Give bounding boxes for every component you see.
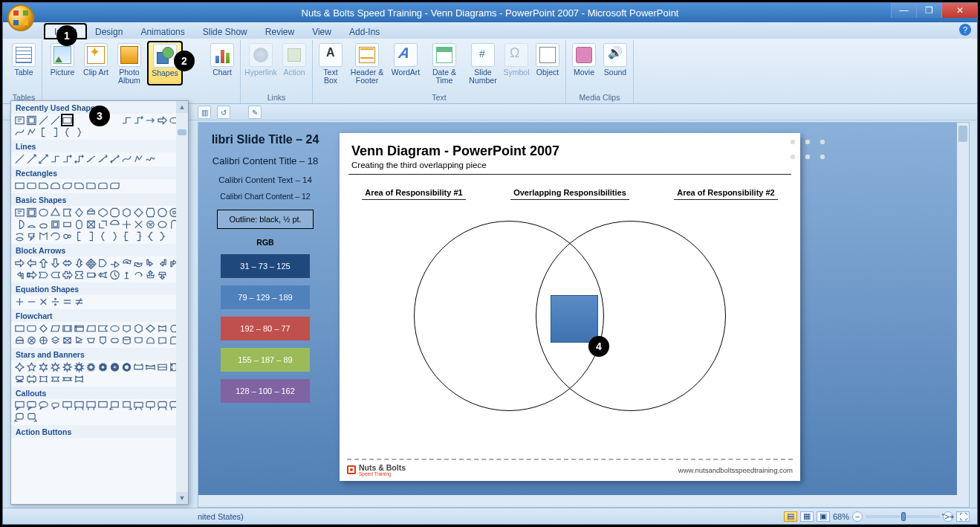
qat-btn[interactable]: ✎ bbox=[248, 106, 262, 119]
shape-item-icon[interactable] bbox=[74, 334, 85, 346]
shape-item-icon[interactable] bbox=[74, 361, 85, 372]
shape-item-icon[interactable] bbox=[121, 400, 132, 411]
shape-item-icon[interactable] bbox=[157, 400, 168, 411]
shape-item-icon[interactable] bbox=[85, 400, 97, 411]
shape-item-icon[interactable] bbox=[97, 257, 108, 268]
shapes-panel-scrollbar[interactable]: ▲ ▼ bbox=[176, 101, 188, 504]
editor-hscrollbar[interactable] bbox=[198, 495, 957, 507]
shape-item-icon[interactable] bbox=[157, 361, 168, 372]
shape-item-icon[interactable] bbox=[14, 373, 25, 384]
shape-item-icon[interactable] bbox=[62, 334, 73, 346]
shape-item-icon[interactable] bbox=[26, 334, 37, 346]
shape-item-icon[interactable] bbox=[14, 219, 25, 230]
shape-item-icon[interactable] bbox=[97, 400, 108, 411]
shape-item-icon[interactable] bbox=[85, 230, 97, 242]
cmd-wordart[interactable]: WordArt bbox=[389, 42, 423, 85]
shape-rectangle-icon[interactable] bbox=[62, 114, 73, 126]
shape-roundrect-icon[interactable] bbox=[26, 180, 37, 191]
shape-item-icon[interactable] bbox=[97, 207, 108, 218]
cmd-action[interactable]: Action bbox=[279, 42, 309, 77]
shape-item-icon[interactable] bbox=[14, 400, 25, 411]
shape-item-icon[interactable] bbox=[121, 361, 132, 372]
view-normal-button[interactable]: ▤ bbox=[784, 511, 797, 522]
shape-item-icon[interactable] bbox=[50, 207, 61, 218]
shape-item-icon[interactable] bbox=[26, 323, 37, 334]
shape-item-icon[interactable] bbox=[38, 373, 49, 384]
shape-item-icon[interactable] bbox=[109, 219, 120, 230]
shape-item-icon[interactable] bbox=[157, 269, 168, 280]
view-sorter-button[interactable]: ▦ bbox=[800, 511, 814, 522]
cmd-picture[interactable]: Picture bbox=[45, 42, 79, 85]
tab-design[interactable]: Design bbox=[86, 25, 132, 39]
shape-textbox-icon[interactable] bbox=[14, 114, 25, 126]
shape-connector-icon[interactable] bbox=[121, 114, 132, 126]
shape-container-icon[interactable] bbox=[26, 114, 37, 126]
shape-item-icon[interactable] bbox=[145, 361, 156, 372]
help-button[interactable]: ? bbox=[959, 24, 971, 36]
shape-item-icon[interactable] bbox=[62, 207, 73, 218]
shape-item-icon[interactable] bbox=[50, 323, 61, 334]
zoom-in-button[interactable]: ">+ bbox=[943, 511, 953, 522]
shape-plus-icon[interactable] bbox=[14, 296, 25, 307]
cmd-date-time[interactable]: Date & Time bbox=[424, 42, 464, 85]
shape-item-icon[interactable] bbox=[38, 219, 49, 230]
shape-elbow-arrow-icon[interactable] bbox=[62, 153, 73, 164]
cmd-symbol[interactable]: Symbol bbox=[502, 42, 531, 85]
shape-item-icon[interactable] bbox=[133, 230, 144, 242]
cmd-table[interactable]: Table bbox=[9, 42, 39, 77]
maximize-button[interactable]: ❐ bbox=[916, 3, 941, 18]
shape-item-icon[interactable] bbox=[50, 400, 61, 411]
shape-item-icon[interactable] bbox=[74, 230, 85, 242]
shape-item-icon[interactable] bbox=[26, 373, 37, 384]
shape-item-icon[interactable] bbox=[62, 323, 73, 334]
shape-rounddiag-icon[interactable] bbox=[109, 180, 120, 191]
shape-item-icon[interactable] bbox=[38, 334, 49, 346]
editor-vscrollbar[interactable] bbox=[957, 123, 969, 507]
tab-view[interactable]: View bbox=[303, 25, 340, 39]
shape-item-icon[interactable] bbox=[109, 207, 120, 218]
shape-item-icon[interactable] bbox=[133, 334, 144, 346]
shape-item-icon[interactable] bbox=[26, 207, 37, 218]
cmd-text-box[interactable]: Text Box bbox=[316, 42, 345, 85]
cmd-clipart[interactable]: Clip Art bbox=[81, 42, 111, 85]
shape-item-icon[interactable] bbox=[26, 412, 37, 423]
shape-item-icon[interactable] bbox=[14, 269, 25, 280]
shape-arrow-line-icon[interactable] bbox=[26, 153, 37, 164]
shape-item-icon[interactable] bbox=[157, 230, 168, 242]
shape-item-icon[interactable] bbox=[85, 323, 97, 334]
shape-item-icon[interactable] bbox=[62, 219, 73, 230]
shape-line-icon[interactable] bbox=[50, 114, 61, 126]
shape-item-icon[interactable] bbox=[145, 400, 156, 411]
cmd-object[interactable]: Object bbox=[533, 42, 562, 85]
shape-item-icon[interactable] bbox=[133, 323, 144, 334]
shape-item-icon[interactable] bbox=[74, 219, 85, 230]
shape-item-icon[interactable] bbox=[121, 207, 132, 218]
shape-item-icon[interactable] bbox=[38, 269, 49, 280]
shape-item-icon[interactable] bbox=[85, 269, 97, 280]
tab-review[interactable]: Review bbox=[256, 25, 303, 39]
shape-rbracket-icon[interactable] bbox=[50, 126, 61, 138]
shape-item-icon[interactable] bbox=[97, 334, 108, 346]
shape-scribble-icon[interactable] bbox=[145, 153, 156, 164]
shape-item-icon[interactable] bbox=[85, 334, 97, 346]
shape-freeform-icon[interactable] bbox=[133, 153, 144, 164]
qat-btn[interactable]: ↺ bbox=[217, 106, 230, 119]
shape-item-icon[interactable] bbox=[145, 334, 156, 346]
shape-equal-icon[interactable] bbox=[62, 296, 73, 307]
shape-curve-icon[interactable] bbox=[121, 153, 132, 164]
shape-snipround-icon[interactable] bbox=[74, 180, 85, 191]
shape-curve-connector-icon[interactable] bbox=[85, 153, 97, 164]
shape-sniprect-icon[interactable] bbox=[38, 180, 49, 191]
qat-btn[interactable]: ▥ bbox=[198, 106, 211, 119]
shape-notequal-icon[interactable] bbox=[74, 296, 85, 307]
shape-item-icon[interactable] bbox=[121, 269, 132, 280]
cmd-sound[interactable]: Sound bbox=[600, 42, 630, 77]
shape-item-icon[interactable] bbox=[14, 257, 25, 268]
cmd-chart[interactable]: Chart bbox=[207, 42, 237, 85]
cmd-header-footer[interactable]: Header & Footer bbox=[347, 42, 387, 85]
cmd-hyperlink[interactable]: Hyperlink bbox=[244, 42, 278, 77]
shape-item-icon[interactable] bbox=[74, 269, 85, 280]
shape-item-icon[interactable] bbox=[38, 207, 49, 218]
shape-item-icon[interactable] bbox=[14, 361, 25, 372]
shape-item-icon[interactable] bbox=[157, 207, 168, 218]
